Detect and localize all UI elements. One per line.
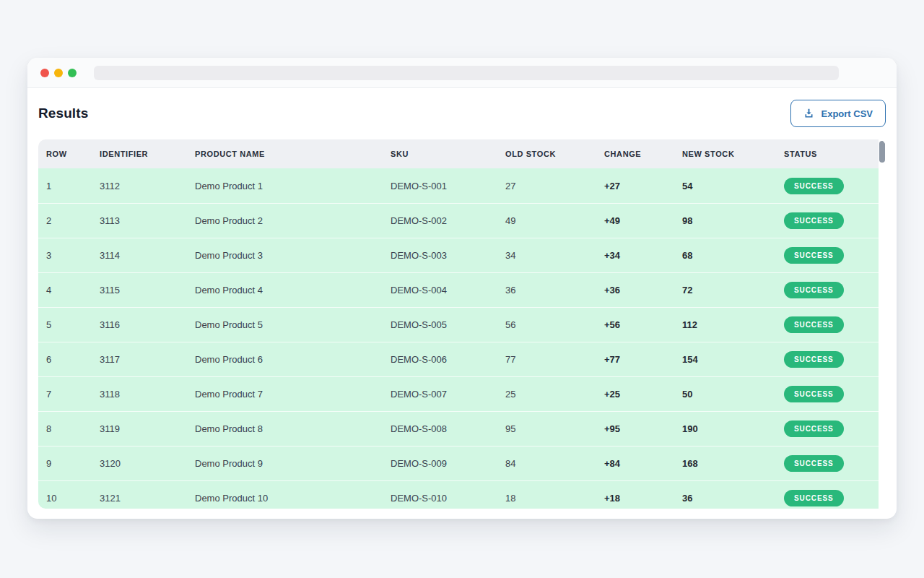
table-row: 63117Demo Product 6DEMO-S-00677+77154SUC…	[38, 342, 879, 376]
cell-new-stock: 36	[682, 493, 784, 504]
page-content: Results Export CSV ROW IDENTIFIER PRODUC…	[27, 88, 897, 509]
window-titlebar	[27, 58, 897, 88]
cell-old-stock: 84	[505, 458, 604, 469]
cell-old-stock: 36	[505, 285, 604, 296]
cell-product-name: Demo Product 7	[195, 389, 391, 400]
cell-change: +77	[604, 354, 682, 365]
cell-new-stock: 154	[682, 354, 784, 365]
cell-status: SUCCESS	[784, 247, 879, 264]
cell-sku: DEMO-S-003	[391, 250, 505, 261]
cell-status: SUCCESS	[784, 212, 879, 229]
cell-row: 5	[46, 319, 100, 330]
cell-change: +49	[604, 215, 682, 226]
cell-row: 10	[46, 493, 100, 504]
minimize-window-button[interactable]	[54, 69, 63, 77]
cell-status: SUCCESS	[784, 386, 879, 402]
table-header-row: ROW IDENTIFIER PRODUCT NAME SKU OLD STOC…	[38, 139, 879, 168]
cell-sku: DEMO-S-008	[391, 423, 505, 434]
address-bar[interactable]	[94, 66, 839, 80]
cell-row: 4	[46, 285, 100, 296]
cell-sku: DEMO-S-009	[391, 458, 505, 469]
cell-identifier: 3120	[100, 458, 195, 469]
cell-old-stock: 18	[505, 493, 604, 504]
cell-change: +27	[604, 181, 682, 191]
cell-new-stock: 68	[682, 250, 784, 261]
column-header-change: CHANGE	[604, 150, 682, 158]
status-badge: SUCCESS	[784, 212, 844, 229]
close-window-button[interactable]	[40, 69, 49, 77]
cell-identifier: 3117	[100, 354, 195, 365]
browser-window: Results Export CSV ROW IDENTIFIER PRODUC…	[27, 58, 897, 519]
column-header-status: STATUS	[784, 150, 879, 158]
cell-identifier: 3121	[100, 493, 195, 504]
cell-new-stock: 190	[682, 423, 784, 434]
status-badge: SUCCESS	[784, 386, 844, 402]
cell-product-name: Demo Product 6	[195, 354, 391, 365]
column-header-new-stock: NEW STOCK	[682, 150, 784, 158]
cell-row: 3	[46, 250, 100, 261]
column-header-row: ROW	[46, 150, 100, 158]
table-row: 73118Demo Product 7DEMO-S-00725+2550SUCC…	[38, 376, 879, 411]
cell-old-stock: 49	[505, 215, 604, 226]
results-header: Results Export CSV	[38, 97, 886, 130]
export-csv-label: Export CSV	[821, 108, 873, 119]
status-badge: SUCCESS	[784, 490, 844, 506]
status-badge: SUCCESS	[784, 455, 844, 472]
cell-status: SUCCESS	[784, 316, 879, 333]
cell-new-stock: 72	[682, 285, 784, 296]
column-header-old-stock: OLD STOCK	[505, 150, 604, 158]
cell-change: +25	[604, 389, 682, 400]
table-body: 13112Demo Product 1DEMO-S-00127+2754SUCC…	[38, 168, 879, 509]
status-badge: SUCCESS	[784, 420, 844, 437]
status-badge: SUCCESS	[784, 316, 844, 333]
cell-identifier: 3118	[100, 389, 195, 400]
cell-product-name: Demo Product 8	[195, 423, 391, 434]
cell-new-stock: 54	[682, 181, 784, 191]
cell-sku: DEMO-S-010	[391, 493, 505, 504]
cell-change: +84	[604, 458, 682, 469]
cell-row: 9	[46, 458, 100, 469]
cell-old-stock: 34	[505, 250, 604, 261]
cell-product-name: Demo Product 2	[195, 215, 391, 226]
cell-product-name: Demo Product 5	[195, 319, 391, 330]
table-row: 53116Demo Product 5DEMO-S-00556+56112SUC…	[38, 307, 879, 342]
export-csv-button[interactable]: Export CSV	[790, 100, 886, 127]
cell-change: +36	[604, 285, 682, 296]
results-table-inner: ROW IDENTIFIER PRODUCT NAME SKU OLD STOC…	[38, 139, 879, 509]
maximize-window-button[interactable]	[68, 69, 77, 77]
scrollbar-thumb[interactable]	[879, 141, 885, 163]
cell-change: +18	[604, 493, 682, 504]
cell-status: SUCCESS	[784, 351, 879, 368]
cell-product-name: Demo Product 1	[195, 181, 391, 191]
table-row: 33114Demo Product 3DEMO-S-00334+3468SUCC…	[38, 238, 879, 272]
cell-identifier: 3113	[100, 215, 195, 226]
cell-sku: DEMO-S-006	[391, 354, 505, 365]
window-controls	[40, 69, 77, 77]
cell-product-name: Demo Product 3	[195, 250, 391, 261]
cell-new-stock: 98	[682, 215, 784, 226]
results-table: ROW IDENTIFIER PRODUCT NAME SKU OLD STOC…	[38, 139, 886, 509]
column-header-product-name: PRODUCT NAME	[195, 150, 391, 158]
cell-status: SUCCESS	[784, 178, 879, 194]
cell-product-name: Demo Product 4	[195, 285, 391, 296]
download-icon	[803, 108, 814, 119]
table-row: 13112Demo Product 1DEMO-S-00127+2754SUCC…	[38, 168, 879, 203]
table-row: 83119Demo Product 8DEMO-S-00895+95190SUC…	[38, 411, 879, 446]
cell-product-name: Demo Product 9	[195, 458, 391, 469]
cell-sku: DEMO-S-005	[391, 319, 505, 330]
cell-sku: DEMO-S-007	[391, 389, 505, 400]
cell-row: 8	[46, 423, 100, 434]
cell-new-stock: 50	[682, 389, 784, 400]
table-row: 93120Demo Product 9DEMO-S-00984+84168SUC…	[38, 446, 879, 480]
cell-identifier: 3119	[100, 423, 195, 434]
cell-row: 7	[46, 389, 100, 400]
cell-old-stock: 77	[505, 354, 604, 365]
column-header-identifier: IDENTIFIER	[100, 150, 195, 158]
cell-product-name: Demo Product 10	[195, 493, 391, 504]
cell-status: SUCCESS	[784, 420, 879, 437]
cell-identifier: 3116	[100, 319, 195, 330]
cell-old-stock: 56	[505, 319, 604, 330]
cell-old-stock: 95	[505, 423, 604, 434]
cell-identifier: 3115	[100, 285, 195, 296]
table-row: 23113Demo Product 2DEMO-S-00249+4998SUCC…	[38, 203, 879, 238]
